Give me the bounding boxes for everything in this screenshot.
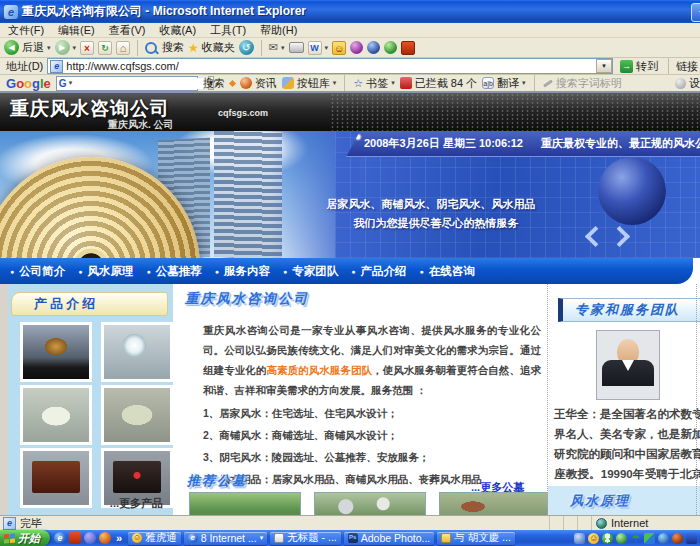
cemetery-photo[interactable] [439,492,551,515]
address-dropdown-button[interactable]: ▾ [596,59,612,73]
mail-dropdown-icon[interactable]: ▾ [281,44,285,52]
search-button[interactable]: 搜索 [145,40,184,55]
menu-item-favorites[interactable]: 收藏(A) [159,23,196,38]
bookmarks-button[interactable]: ☆ 书签 ▾ [353,76,394,91]
sync-tray-icon[interactable] [644,533,655,544]
nav-item-services[interactable]: ●服务内容 [215,264,270,279]
product-image[interactable] [101,385,173,445]
ie-page-icon: e [3,517,16,530]
start-button[interactable]: 开始 [0,530,50,546]
nav-item-fengshui-theory[interactable]: ●风水原理 [78,264,133,279]
google-search-input[interactable] [74,78,206,89]
go-button[interactable]: → 转到 [617,59,661,74]
taskbar-button-yahoo-messenger[interactable]: ☺ 雅虎通 [128,532,181,545]
msn-quicklaunch-icon[interactable] [84,532,96,544]
forward-icon: ▶ [55,40,70,55]
address-input[interactable]: e http://www.cqfsgs.com/ ▾ [47,58,613,74]
history-button[interactable]: ↺ [239,40,254,55]
buddy-tray-icon[interactable] [602,533,613,544]
product-image[interactable] [20,385,92,445]
flower-icon[interactable] [384,41,397,54]
bullet-icon: ● [10,268,14,275]
google-search-button[interactable]: 搜索 [203,76,225,91]
highlight-button[interactable]: 搜索字词标明 [543,76,622,91]
intro-highlight-text: 高素质的风水服务团队 [266,364,372,376]
favorites-button[interactable]: ★ 收藏夹 [188,40,235,55]
messenger-button[interactable]: ☺ [332,41,346,55]
more-products-link[interactable]: ...更多产品 [110,496,163,511]
popup-blocked-button[interactable]: 已拦截 84 个 [400,76,477,91]
word-dropdown-icon[interactable]: ▾ [325,44,329,52]
google-search-box[interactable]: G ▾ ▾ [56,76,198,91]
firefox-quicklaunch-icon[interactable] [99,532,111,544]
links-label[interactable]: 链接 [676,59,698,74]
forward-dropdown-icon[interactable]: ▾ [73,44,77,52]
umbrella-tray-icon[interactable]: ☂ [630,533,641,544]
task-button-label: 无标题 - ... [287,532,337,545]
network-globe-tray-icon[interactable] [658,533,669,544]
gallery-icon [282,77,294,89]
forward-button[interactable]: ▶ ▾ [55,40,77,55]
google-logo: Google [6,76,51,91]
product-image[interactable] [101,322,173,382]
group-dropdown-icon[interactable]: ▾ [260,534,264,542]
gallery-dropdown-icon[interactable]: ▾ [333,79,337,87]
title-bar[interactable]: e 重庆风水咨询有限公司 - Microsoft Internet Explor… [0,0,700,23]
quicklaunch-overflow-chevron[interactable]: » [114,532,124,544]
ie-quicklaunch-icon[interactable]: e [54,532,66,544]
back-button[interactable]: ◀ 后退 ▾ [4,40,51,55]
casket-shape [113,461,161,493]
smiley-tray-icon[interactable]: ☺ [588,533,599,544]
stop-button[interactable]: × [80,41,94,55]
favorites-label: 收藏夹 [202,40,235,55]
hand-icon[interactable] [574,533,585,544]
nav-item-products[interactable]: ●产品介绍 [351,264,406,279]
clover-tray-icon[interactable] [616,533,627,544]
nav-label: 服务内容 [224,264,270,279]
blocked-tray-icon[interactable] [672,533,683,544]
refresh-button[interactable]: ↻ [98,41,112,55]
thunder-quicklaunch-icon[interactable] [69,532,81,544]
nav-item-experts[interactable]: ●专家团队 [283,264,338,279]
research-icon[interactable] [367,41,380,54]
edit-with-word-button[interactable]: W ▾ [308,41,329,55]
address-url[interactable]: http://www.cqfsgs.com/ [66,60,593,72]
menu-item-tools[interactable]: 工具(T) [210,23,246,38]
cemetery-photo[interactable] [189,492,301,515]
input-method-tray-icon[interactable] [686,533,697,544]
taskbar-button-ie-group[interactable]: e 8 Internet ... ▾ [184,532,268,545]
button-gallery-button[interactable]: 按钮库 ▾ [282,76,337,91]
taskbar-button-photoshop[interactable]: Ps Adobe Photo... [344,532,434,545]
menu-item-edit[interactable]: 编辑(E) [58,23,95,38]
home-button[interactable]: ⌂ [116,41,130,55]
round-purple-icon[interactable] [350,41,363,54]
taskbar-button-chat[interactable]: 与 胡文慶 ... [437,532,515,545]
mail-button[interactable]: ✉ ▾ [269,41,285,54]
nav-item-online-consult[interactable]: ●在线咨询 [419,264,474,279]
product-image[interactable] [20,448,92,508]
translate-dropdown-icon[interactable]: ▾ [522,79,526,87]
print-button[interactable] [289,42,304,53]
jade-box-image [23,388,89,442]
google-settings-button[interactable]: 设 [675,76,700,91]
menu-item-file[interactable]: 文件(F) [8,23,44,38]
back-dropdown-icon[interactable]: ▾ [47,44,51,52]
thunder-download-icon[interactable] [401,41,415,55]
taskbar-button-untitled[interactable]: 无标题 - ... [270,532,341,545]
bookmarks-dropdown-icon[interactable]: ▾ [391,79,395,87]
menu-item-help[interactable]: 帮助(H) [260,23,297,38]
start-label: 开始 [18,531,40,546]
nav-item-company[interactable]: ●公司简介 [10,264,65,279]
settings-label: 设 [689,76,700,91]
company-intro-title: 重庆风水咨询公司 [185,290,309,308]
nav-item-cemetery[interactable]: ●公墓推荐 [146,264,201,279]
cemetery-photo[interactable] [314,492,426,515]
translate-button[interactable]: a|b 翻译 ▾ [482,76,526,91]
products-sidebar: 产品介绍 ...更多产品 [8,284,173,515]
google-news-button[interactable]: 资讯 [240,76,277,91]
product-image[interactable] [20,322,92,382]
menu-item-view[interactable]: 查看(V) [109,23,146,38]
google-g-dropdown-icon[interactable]: ▾ [69,79,73,87]
minimize-button[interactable]: – [691,3,700,22]
main-column: 重庆风水咨询公司 重庆风水咨询公司是一家专业从事风水咨询、提供风水服务的专业化公… [173,284,547,515]
